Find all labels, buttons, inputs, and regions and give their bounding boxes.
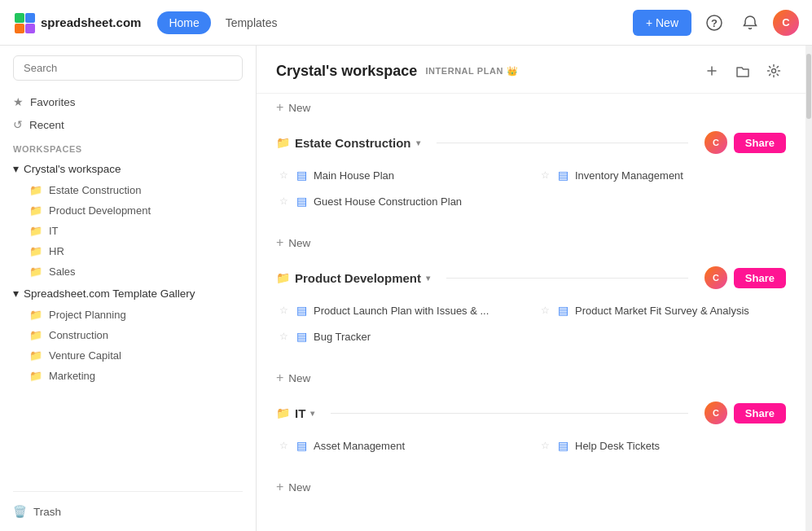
notifications-icon[interactable] [737, 10, 763, 36]
sheet-name: Main House Plan [314, 169, 394, 182]
share-it-button[interactable]: Share [734, 403, 786, 423]
star-icon[interactable]: ☆ [279, 440, 288, 451]
settings-button[interactable] [762, 59, 786, 83]
share-product-button[interactable]: Share [734, 268, 786, 288]
new-row-top[interactable]: + New [257, 94, 805, 121]
sidebar-item-label: IT [49, 225, 59, 237]
sheet-name: Bug Tracker [314, 331, 371, 343]
share-estate-button[interactable]: Share [734, 133, 786, 153]
sidebar-item-recent[interactable]: ↺ Recent [0, 113, 256, 136]
sidebar-item-venture-capital[interactable]: 📁 Venture Capital [0, 345, 256, 366]
folder-icon-it: 📁 [276, 406, 290, 419]
scrollbar-thumb[interactable] [806, 54, 811, 119]
sidebar-item-label: Venture Capital [49, 349, 121, 362]
workspaces-label: WORKSPACES [0, 136, 256, 157]
star-icon[interactable]: ☆ [279, 305, 288, 316]
sidebar-item-trash[interactable]: 🗑️ Trash [13, 498, 243, 524]
sheet-bug-tracker[interactable]: ☆ ▤ Bug Tracker [276, 325, 525, 348]
svg-rect-1 [25, 13, 35, 23]
folder-estate-name[interactable]: 📁 Estate Construction ▾ [276, 136, 420, 150]
workspace-title: Crystal's workspace [276, 63, 417, 80]
folder-estate-divider [437, 143, 688, 143]
new-button[interactable]: + New [633, 10, 691, 36]
sheet-inventory-management[interactable]: ☆ ▤ Inventory Management [538, 164, 786, 187]
folder-it-header: 📁 IT ▾ C Share [276, 392, 786, 431]
folder-icon: 📁 [29, 266, 42, 278]
workspace-crystals-name: Crystal's workspace [24, 163, 121, 175]
sheet-product-launch[interactable]: ☆ ▤ Product Launch Plan with Issues & ..… [276, 299, 525, 322]
folder-estate-chevron: ▾ [416, 138, 420, 147]
avatar[interactable]: C [773, 10, 799, 36]
add-folder-button[interactable] [700, 59, 724, 83]
star-icon[interactable]: ☆ [279, 169, 288, 181]
sidebar-item-construction[interactable]: 📁 Construction [0, 325, 256, 345]
folder-it-avatar: C [704, 402, 727, 424]
svg-text:?: ? [711, 17, 718, 29]
workspace-gallery-header[interactable]: ▾ Spreadsheet.com Template Gallery [0, 282, 256, 305]
sheet-name: Guest House Construction Plan [314, 195, 462, 208]
help-icon[interactable]: ? [701, 10, 727, 36]
it-sheets-grid: ☆ ▤ Asset Management ☆ ▤ Help Desk Ticke… [276, 431, 786, 460]
sidebar-item-label: HR [49, 245, 64, 257]
folder-icon: 📁 [29, 349, 42, 362]
logo-icon [13, 11, 36, 34]
sidebar-item-it[interactable]: 📁 IT [0, 221, 256, 241]
folder-product-chevron: ▾ [426, 274, 430, 283]
sidebar-item-label: Project Planning [49, 309, 126, 321]
workspace-template-gallery: ▾ Spreadsheet.com Template Gallery 📁 Pro… [0, 282, 256, 386]
scrollbar-track[interactable] [805, 46, 812, 531]
sidebar-item-project-planning[interactable]: 📁 Project Planning [0, 305, 256, 325]
star-icon[interactable]: ☆ [541, 169, 550, 181]
logo-text: spreadsheet.com [41, 15, 141, 29]
trash-label: Trash [33, 506, 61, 518]
sidebar-item-product-development[interactable]: 📁 Product Development [0, 200, 256, 221]
new-row-it[interactable]: + New [257, 473, 805, 501]
sheet-name: Inventory Management [575, 169, 683, 182]
search-input[interactable] [13, 55, 243, 81]
sheet-main-house-plan[interactable]: ☆ ▤ Main House Plan [276, 164, 525, 187]
workspace-crystals-header[interactable]: ▾ Crystal's workspace [0, 157, 256, 180]
sheet-guest-house[interactable]: ☆ ▤ Guest House Construction Plan [276, 190, 525, 213]
nav-home[interactable]: Home [157, 11, 210, 34]
new-label: New [288, 237, 310, 249]
new-row-estate[interactable]: + New [257, 229, 805, 257]
sheet-icon: ▤ [558, 304, 568, 317]
sheet-name: Help Desk Tickets [575, 440, 660, 452]
folder-icon: 📁 [29, 329, 42, 341]
sidebar-item-estate-construction[interactable]: 📁 Estate Construction [0, 180, 256, 200]
sidebar-item-marketing[interactable]: 📁 Marketing [0, 366, 256, 386]
plus-icon: + [276, 480, 283, 494]
folder-icon-product: 📁 [276, 271, 290, 284]
sidebar-item-label: Marketing [49, 370, 95, 382]
folder-product-development: 📁 Product Development ▾ C Share ☆ ▤ Prod… [257, 257, 805, 364]
folder-it-name[interactable]: 📁 IT ▾ [276, 406, 314, 420]
sidebar-item-hr[interactable]: 📁 HR [0, 241, 256, 261]
favorites-label: Favorites [30, 96, 76, 108]
plan-emoji: 👑 [507, 66, 519, 77]
nav-templates[interactable]: Templates [214, 11, 289, 34]
plus-icon: + [276, 235, 283, 250]
main-content: Crystal's workspace INTERNAL PLAN 👑 [257, 46, 805, 531]
sheet-help-desk[interactable]: ☆ ▤ Help Desk Tickets [538, 434, 786, 457]
sidebar-item-sales[interactable]: 📁 Sales [0, 261, 256, 282]
star-icon[interactable]: ☆ [541, 440, 550, 451]
logo[interactable]: spreadsheet.com [13, 11, 141, 34]
svg-rect-2 [15, 24, 24, 33]
sidebar-item-favorites[interactable]: ★ Favorites [0, 90, 256, 113]
main-layout: ★ Favorites ↺ Recent WORKSPACES ▾ Crysta… [0, 46, 812, 531]
star-icon[interactable]: ☆ [541, 305, 550, 316]
new-row-product[interactable]: + New [257, 364, 805, 392]
sheet-icon: ▤ [296, 195, 307, 208]
folder-estate-header: 📁 Estate Construction ▾ C Share [276, 121, 786, 160]
folder-product-header: 📁 Product Development ▾ C Share [276, 257, 786, 296]
sheet-market-fit[interactable]: ☆ ▤ Product Market Fit Survey & Analysis [538, 299, 786, 322]
folder-button[interactable] [731, 59, 755, 83]
star-icon[interactable]: ☆ [279, 331, 288, 342]
workspace-gallery-name: Spreadsheet.com Template Gallery [24, 287, 195, 300]
folder-product-name[interactable]: 📁 Product Development ▾ [276, 271, 430, 285]
sheet-name: Product Launch Plan with Issues & ... [314, 305, 489, 317]
new-label: New [288, 481, 310, 494]
sheet-icon: ▤ [296, 330, 307, 343]
sheet-asset-management[interactable]: ☆ ▤ Asset Management [276, 434, 525, 457]
star-icon[interactable]: ☆ [279, 195, 288, 207]
